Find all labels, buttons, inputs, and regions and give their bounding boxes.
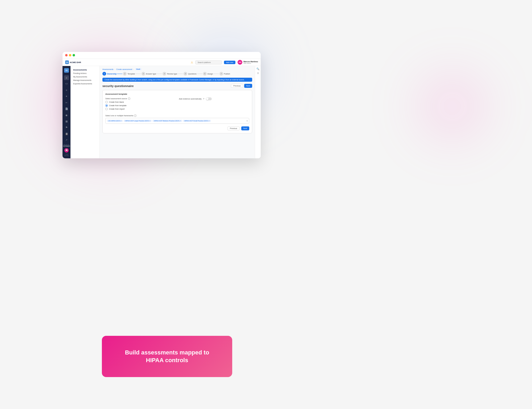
chat-button[interactable]: 💬 <box>64 148 69 152</box>
step-1[interactable]: 1 Ownership <box>102 72 117 76</box>
breadcrumb: Assessments › Create assessment › Draft <box>102 68 252 70</box>
step-3[interactable]: 3 Answer type <box>142 72 156 76</box>
sidebar-icon-globe[interactable]: ◉ <box>64 113 69 117</box>
sidebar-icon-flag[interactable]: ⚑ <box>64 125 69 130</box>
source-help-icon[interactable]: ? <box>128 97 130 100</box>
footer-previous-button[interactable]: Previous <box>227 126 239 130</box>
step-7[interactable]: 7 Publish <box>219 72 230 76</box>
info-banner: Create the assessment by either building… <box>102 78 252 82</box>
step-2-label: Template <box>127 73 135 75</box>
app-logo: Oi ACME EHR <box>65 60 81 64</box>
step-4[interactable]: 4 Review type <box>163 72 177 76</box>
nav-manage-assessments[interactable]: Manage Assessments <box>70 79 99 82</box>
alert-icon: ⚠ <box>191 61 193 64</box>
step-conn-5 <box>197 74 202 74</box>
card-footer: Previous Next <box>105 126 249 130</box>
browser-titlebar <box>63 52 261 59</box>
tags-dropdown-arrow[interactable]: ▾ <box>247 120 248 122</box>
top-previous-button[interactable]: Previous <box>231 84 243 88</box>
tag-1[interactable]: HIPAA-HCP Large Practice (SCF) × <box>124 120 152 122</box>
evidence-label: Add evidence automatically <box>179 98 202 100</box>
traffic-light-red[interactable] <box>65 54 68 56</box>
right-sidebar: 🔍 ⚙ <box>255 66 261 158</box>
step-6-num: 6 <box>203 72 207 76</box>
sidebar-icon-home[interactable]: ⌂ <box>64 75 69 80</box>
frameworks-help-icon[interactable]: ? <box>134 114 136 117</box>
breadcrumb-sep2: › <box>133 68 134 70</box>
overlay-pink-text: Build assessments mapped toHIPAA control… <box>125 349 209 364</box>
form-two-col: Select assessment source ? Create from b… <box>105 97 249 112</box>
step-conn-4 <box>178 74 183 74</box>
page-title-input[interactable] <box>102 84 142 88</box>
step-2[interactable]: 2 Template <box>123 72 135 76</box>
avatar: MM <box>238 60 242 65</box>
nav-panel: Assessments Pending Actions My Assessmen… <box>70 66 100 158</box>
nav-pending-actions[interactable]: Pending Actions <box>70 72 99 75</box>
sidebar-logo: Oi <box>64 68 69 73</box>
step-5-num: 5 <box>184 72 187 76</box>
nav-my-assessments[interactable]: My Assessments <box>70 75 99 79</box>
breadcrumb-assessments[interactable]: Assessments <box>102 68 114 70</box>
step-5-label: Questions <box>188 73 197 75</box>
step-conn-2 <box>136 74 141 74</box>
step-1-label: Ownership <box>107 73 117 75</box>
sidebar-icon-shield[interactable]: 🛡 <box>64 82 69 86</box>
evidence-col: Add evidence automatically ? <box>179 97 250 112</box>
evidence-help-icon[interactable]: ? <box>203 98 204 100</box>
overlay-pink-box: Build assessments mapped toHIPAA control… <box>102 336 232 377</box>
evidence-toggle-row: Add evidence automatically ? <box>179 97 250 100</box>
top-next-button[interactable]: Next <box>244 84 252 88</box>
assessment-template-card: Assessment template Select assessment so… <box>102 90 252 133</box>
main-content: Assessments › Create assessment › Draft … <box>100 66 261 158</box>
breadcrumb-draft-badge: Draft <box>135 68 142 70</box>
source-label: Select assessment source ? <box>105 97 176 100</box>
right-settings-icon[interactable]: ⚙ <box>257 72 259 75</box>
toggle-knob <box>206 98 209 100</box>
radio-template[interactable]: Create from template <box>105 104 176 107</box>
user-menu[interactable]: MM Marcos Martinez Site Admin <box>238 60 258 65</box>
step-7-num: 7 <box>219 72 223 76</box>
breadcrumb-create[interactable]: Create assessment <box>116 68 132 70</box>
sidebar-icon-grid[interactable]: ▦ <box>64 119 69 123</box>
step-6[interactable]: 6 Assign <box>203 72 213 76</box>
radio-import[interactable]: Create from import <box>105 108 176 110</box>
source-col: Select assessment source ? Create from b… <box>105 97 176 112</box>
sidebar-icon-graph[interactable]: ↗ <box>64 138 69 142</box>
bg-glow-pink2 <box>399 53 505 160</box>
step-5[interactable]: 5 Questions <box>184 72 197 76</box>
tag-3[interactable]: HIPAA-HCP Small Practice (SCF) × <box>183 120 211 122</box>
right-search-icon[interactable]: 🔍 <box>256 68 259 70</box>
browser-window: Oi ACME EHR ⚠ Add new MM Marcos Martinez… <box>63 52 261 158</box>
sidebar-icon-doc[interactable]: 📄 <box>64 106 69 111</box>
sidebar-icon-list[interactable]: ≡ <box>64 88 69 92</box>
evidence-toggle[interactable] <box>206 97 212 100</box>
traffic-light-yellow[interactable] <box>69 54 71 56</box>
frameworks-tags-input[interactable]: US HIPAA (SCF) × HIPAA-HCP Large Practic… <box>105 118 249 124</box>
user-name: Marcos Martinez <box>243 61 258 63</box>
step-3-num: 3 <box>142 72 145 76</box>
inner-layout: Assessments › Create assessment › Draft … <box>100 66 261 158</box>
search-input[interactable] <box>195 60 222 64</box>
logo-icon: Oi <box>65 60 69 64</box>
step-conn-3 <box>157 74 162 74</box>
app-name: ACME EHR <box>70 61 81 64</box>
frameworks-label: Select one or multiple frameworks ? <box>105 114 249 117</box>
sidebar-icon-doc2[interactable]: 📋 <box>64 131 69 136</box>
step-conn-1 <box>117 74 122 74</box>
sidebar-icon-scissors[interactable]: ✂ <box>64 100 69 105</box>
add-new-button[interactable]: Add new <box>224 61 235 64</box>
traffic-light-green[interactable] <box>73 54 75 56</box>
footer-next-button[interactable]: Next <box>241 126 249 130</box>
topbar: Oi ACME EHR ⚠ Add new MM Marcos Martinez… <box>63 59 261 66</box>
radio-blank[interactable]: Create from blank <box>105 101 176 103</box>
step-7-label: Publish <box>224 73 230 75</box>
radio-template-circle <box>105 104 108 107</box>
tag-2[interactable]: HIPAA-HCP Medium Practice (SCF) × <box>152 120 182 122</box>
nav-exported-assessments[interactable]: Exported Assessments <box>70 82 99 85</box>
step-3-label: Answer type <box>146 73 156 75</box>
nav-section-title: Assessments <box>70 68 99 72</box>
card-title: Assessment template <box>105 93 249 95</box>
tag-0[interactable]: US HIPAA (SCF) × <box>107 120 123 122</box>
sidebar-icon-star[interactable]: ✦ <box>64 94 69 99</box>
step-4-label: Review type <box>167 73 177 75</box>
